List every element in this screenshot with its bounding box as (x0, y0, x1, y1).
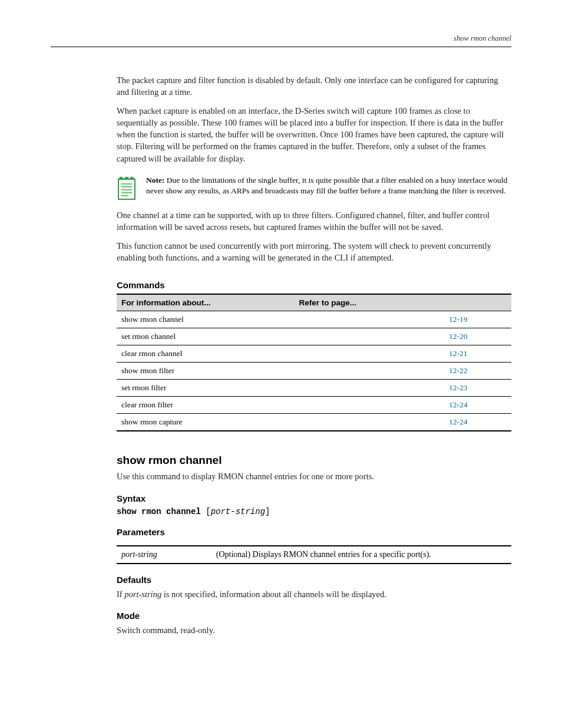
syntax-optional-arg: port-string (211, 507, 265, 516)
table-cell (295, 345, 445, 362)
note-label: Note: (146, 176, 164, 185)
table-row: port-string (Optional) Displays RMON cha… (117, 546, 511, 563)
note-body: Due to the limitations of the single buf… (146, 176, 507, 195)
command-name-heading: show rmon channel (117, 454, 511, 467)
table-cell (295, 380, 445, 396)
table-row: set rmon channel 12-20 (117, 328, 511, 345)
bracket: [ (206, 507, 210, 516)
page-link[interactable]: 12-21 (449, 349, 468, 358)
table-cell (295, 328, 445, 345)
paragraph: This function cannot be used concurrentl… (117, 240, 511, 264)
note-text: Note: Due to the limitations of the sing… (146, 175, 511, 196)
header-right: show rmon channel (454, 34, 511, 43)
purpose-text: Use this command to display RMON channel… (117, 470, 511, 482)
page-header: show rmon channel (51, 34, 511, 47)
table-header-cell: For information about... (117, 295, 295, 311)
table-cell: show rmon channel (117, 311, 295, 328)
table-cell (295, 311, 445, 328)
commands-table: For information about... Refer to page..… (117, 294, 511, 431)
defaults-text: If port-string is not specified, informa… (117, 588, 511, 600)
syntax-line: show rmon channel [port-string] (117, 507, 511, 516)
syntax-cmd: show rmon channel (117, 507, 201, 516)
page-link[interactable]: 12-24 (449, 417, 468, 426)
table-cell (295, 414, 445, 430)
paragraph: The packet capture and filter function i… (117, 74, 511, 98)
page-link[interactable]: 12-19 (449, 315, 468, 324)
paragraph: When packet capture is enabled on an int… (117, 105, 511, 164)
table-header-row: For information about... Refer to page..… (117, 295, 511, 311)
table-row: show rmon capture 12-24 (117, 414, 511, 430)
table-cell: show rmon capture (117, 414, 295, 430)
text: is not specified, information about all … (161, 589, 386, 599)
syntax-heading: Syntax (117, 493, 511, 503)
note-block: Note: Due to the limitations of the sing… (117, 175, 511, 200)
page-link[interactable]: 12-20 (449, 332, 468, 341)
table-row: set rmon filter 12-23 (117, 380, 511, 397)
paragraph: One channel at a time can be supported, … (117, 209, 511, 233)
table-cell: set rmon channel (117, 328, 295, 345)
text-italic: port-string (124, 589, 161, 599)
note-icon (117, 175, 137, 200)
parameters-table: port-string (Optional) Displays RMON cha… (117, 545, 511, 564)
page-link[interactable]: 12-23 (449, 383, 468, 392)
table-cell: set rmon filter (117, 380, 295, 396)
page-link[interactable]: 12-22 (449, 366, 468, 375)
table-row: clear rmon channel 12-21 (117, 345, 511, 363)
parameters-heading: Parameters (117, 527, 511, 537)
param-desc: (Optional) Displays RMON channel entries… (211, 546, 511, 563)
svg-rect-0 (118, 179, 135, 199)
table-row: show rmon channel 12-19 (117, 311, 511, 328)
param-name: port-string (117, 546, 211, 563)
table-row: clear rmon filter 12-24 (117, 397, 511, 414)
table-header-cell (444, 295, 511, 311)
mode-heading: Mode (117, 611, 511, 621)
table-row: show rmon filter 12-22 (117, 363, 511, 380)
page-link[interactable]: 12-24 (449, 400, 468, 409)
table-cell: clear rmon channel (117, 345, 295, 362)
text: If (117, 589, 124, 599)
table-cell: clear rmon filter (117, 397, 295, 413)
commands-heading: Commands (117, 280, 511, 290)
table-cell (295, 363, 445, 379)
mode-text: Switch command, read-only. (117, 624, 511, 636)
table-header-cell: Refer to page... (295, 295, 445, 311)
defaults-heading: Defaults (117, 575, 511, 585)
bracket: ] (265, 507, 270, 516)
table-cell: show rmon filter (117, 363, 295, 379)
table-cell (295, 397, 445, 413)
